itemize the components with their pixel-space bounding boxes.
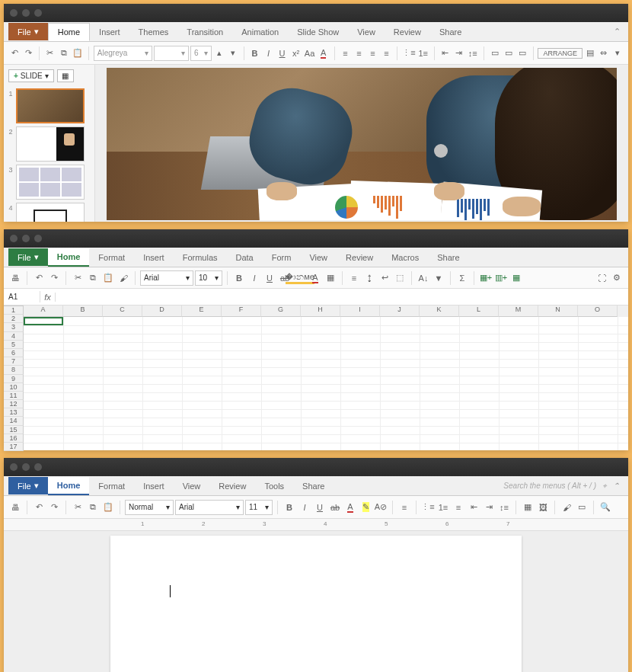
page-color-icon[interactable]: ▭ — [575, 501, 589, 514]
row-header[interactable]: 2 — [4, 315, 24, 323]
find-icon[interactable]: 🔍 — [598, 501, 612, 514]
tab-home[interactable]: Home — [48, 248, 90, 267]
font-name-dropdown[interactable]: Alegreya ▾ — [94, 46, 153, 61]
more-icon[interactable]: ▾ — [611, 46, 624, 60]
slide-thumbnail-3[interactable] — [16, 165, 85, 200]
column-header[interactable]: O — [578, 306, 618, 317]
undo-icon[interactable]: ↶ — [32, 271, 46, 285]
highlight-icon[interactable]: ✎ — [359, 501, 372, 514]
indent-dec-icon[interactable]: ⇤ — [439, 46, 452, 60]
style-dropdown[interactable]: Normal▾ — [125, 500, 174, 515]
redo-icon[interactable]: ↷ — [47, 501, 61, 514]
underline-icon[interactable]: U — [313, 501, 327, 514]
tab-view[interactable]: View — [300, 249, 337, 266]
window-min-dot[interactable] — [22, 235, 30, 242]
table-icon[interactable]: ▦ — [521, 501, 535, 514]
ruler[interactable]: 1234567 — [4, 519, 628, 531]
spreadsheet-grid[interactable]: 1234567891011121314151617 ABCDEFGHIJKLMN… — [4, 306, 628, 450]
print-icon[interactable]: 🖶 — [8, 271, 22, 285]
tab-slideshow[interactable]: Slide Show — [288, 24, 348, 40]
row-header[interactable]: 12 — [4, 400, 24, 408]
column-header[interactable]: H — [301, 306, 340, 317]
column-header[interactable]: J — [380, 306, 420, 317]
italic-icon[interactable]: I — [263, 46, 275, 60]
indent-inc-icon[interactable]: ⇥ — [482, 501, 496, 514]
column-header[interactable]: F — [222, 306, 261, 317]
bullets-icon[interactable]: ⋮≡ — [402, 46, 415, 60]
tab-macros[interactable]: Macros — [382, 249, 428, 266]
autosum-icon[interactable]: Σ — [455, 271, 469, 285]
undo-icon[interactable]: ↶ — [8, 46, 21, 60]
tab-file[interactable]: File ▾ — [8, 477, 48, 494]
window-min-dot[interactable] — [22, 463, 30, 471]
column-header[interactable]: G — [261, 306, 301, 317]
window-max-dot[interactable] — [34, 235, 42, 242]
valign-icon[interactable]: ⭥ — [362, 271, 376, 285]
row-header[interactable]: 4 — [4, 332, 24, 341]
row-header[interactable]: 11 — [4, 392, 24, 400]
font-name-dropdown[interactable]: Arial▾ — [140, 270, 193, 286]
tab-transition[interactable]: Transition — [177, 24, 232, 40]
redo-icon[interactable]: ↷ — [22, 46, 34, 60]
tab-form[interactable]: Form — [263, 249, 301, 266]
insert-col-icon[interactable]: ▥+ — [494, 271, 508, 285]
column-header[interactable]: C — [103, 306, 142, 317]
page[interactable] — [110, 536, 522, 672]
row-header[interactable]: 14 — [4, 417, 24, 425]
column-header[interactable]: E — [182, 306, 222, 317]
menu-search[interactable]: Search the menus ( Alt + / ) ⌖ ⌃ — [503, 482, 624, 491]
tab-themes[interactable]: Themes — [129, 24, 178, 40]
add-slide-button[interactable]: + SLIDE ▾ — [8, 69, 54, 82]
tab-home[interactable]: Home — [48, 23, 90, 41]
settings-icon[interactable]: ⚙ — [610, 271, 624, 285]
tab-file[interactable]: File ▾ — [8, 23, 48, 40]
align-left-icon[interactable]: ≡ — [339, 46, 351, 60]
line-spacing-icon[interactable]: ↕≡ — [467, 46, 479, 60]
font-name-dropdown[interactable]: Arial▾ — [175, 500, 244, 515]
slide-canvas[interactable] — [107, 68, 617, 220]
underline-icon[interactable]: U — [276, 46, 289, 60]
column-header[interactable]: M — [499, 306, 538, 317]
font-size-dropdown[interactable]: 11▾ — [245, 500, 273, 515]
row-header[interactable]: 5 — [4, 341, 24, 349]
cut-icon[interactable]: ✂ — [71, 271, 85, 285]
tab-view[interactable]: View — [348, 24, 385, 40]
tab-review[interactable]: Review — [209, 478, 255, 494]
multilevel-icon[interactable]: ≡ — [452, 501, 465, 514]
strike-icon[interactable]: ab — [328, 501, 342, 514]
tab-insert[interactable]: Insert — [134, 249, 174, 266]
shape-rect-icon[interactable]: ▭ — [489, 46, 501, 60]
collapse-ribbon-icon[interactable]: ⌃ — [610, 25, 624, 39]
align-left-icon[interactable]: ≡ — [347, 271, 361, 285]
tab-data[interactable]: Data — [227, 249, 263, 266]
column-header[interactable]: B — [63, 306, 103, 317]
align-left-icon[interactable]: ≡ — [397, 501, 411, 514]
row-header[interactable]: 6 — [4, 349, 24, 357]
line-spacing-icon[interactable]: ↕≡ — [497, 501, 511, 514]
window-max-dot[interactable] — [34, 463, 42, 471]
wrap-text-icon[interactable]: ↩ — [378, 271, 391, 285]
tab-home[interactable]: Home — [48, 477, 90, 495]
column-header[interactable]: K — [420, 306, 459, 317]
tab-view[interactable]: View — [174, 478, 210, 494]
format-painter-icon[interactable]: 🖌 — [117, 271, 130, 285]
image-icon[interactable]: 🖼 — [536, 501, 550, 514]
shape-rect2-icon[interactable]: ▭ — [503, 46, 515, 60]
bullets-icon[interactable]: ⋮≡ — [421, 501, 435, 514]
numbering-icon[interactable]: 1≡ — [436, 501, 450, 514]
merge-icon[interactable]: ⬚ — [393, 271, 407, 285]
align-objects-icon[interactable]: ▤ — [584, 46, 596, 60]
indent-dec-icon[interactable]: ⇤ — [467, 501, 480, 514]
align-justify-icon[interactable]: ≡ — [380, 46, 392, 60]
copy-icon[interactable]: ⧉ — [86, 271, 100, 285]
indent-inc-icon[interactable]: ⇥ — [453, 46, 465, 60]
tab-insert[interactable]: Insert — [134, 478, 174, 494]
print-icon[interactable]: 🖶 — [8, 501, 22, 514]
italic-icon[interactable]: I — [247, 271, 261, 285]
row-header[interactable]: 13 — [4, 408, 24, 417]
bold-icon[interactable]: B — [249, 46, 261, 60]
window-close-dot[interactable] — [10, 9, 18, 17]
insert-row-icon[interactable]: ▦+ — [479, 271, 493, 285]
freeze-icon[interactable]: ▦ — [509, 271, 523, 285]
fullscreen-icon[interactable]: ⛶ — [595, 271, 608, 285]
